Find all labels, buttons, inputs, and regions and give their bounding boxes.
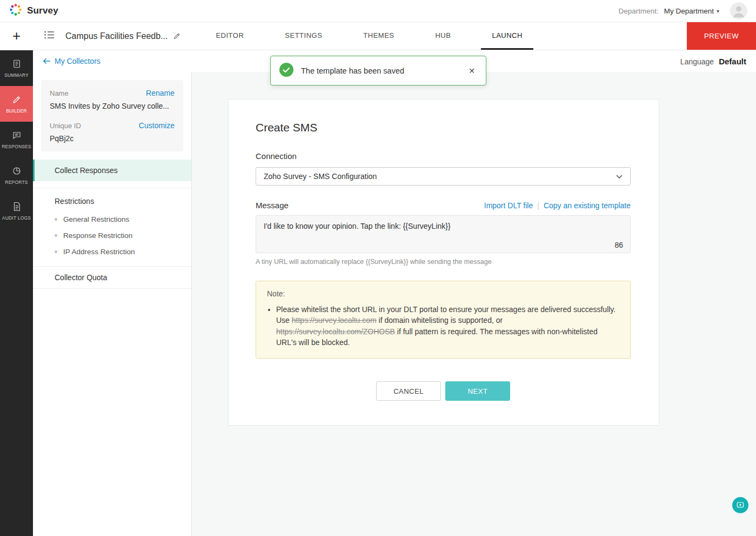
header-right: Department: My Department ▾ [618,2,747,19]
copy-template-link[interactable]: Copy an existing template [544,201,631,210]
sidebar-item-label: AUDIT LOGS [2,215,31,221]
sidebar-item-label: RESPONSES [2,144,31,149]
note-title: Note: [267,289,619,298]
app-window: Survey Department: My Department ▾ + [0,0,756,536]
collector-info-card: Name Rename SMS Invites by Zoho Survey c… [41,80,183,151]
chevron-down-icon: ▾ [717,8,719,14]
tab-settings[interactable]: SETTINGS [274,22,333,50]
sub-item-label: Response Restriction [63,231,132,240]
rename-link[interactable]: Rename [146,89,175,97]
message-helper-text: A tiny URL will automatically replace {{… [256,258,631,266]
note-box: Note: Please whitelist the short URL in … [256,281,631,359]
sub-item-label: IP Address Restriction [63,248,135,256]
back-to-collectors-link[interactable]: My Collectors [43,57,101,65]
next-button[interactable]: NEXT [445,381,510,401]
department-value: My Department [664,7,714,15]
top-header: Survey Department: My Department ▾ [0,0,756,22]
page-title: Create SMS [256,121,631,134]
toast-message: The template has been saved [301,67,404,75]
sidebar-item-label: SUMMARY [4,72,29,78]
divider [33,288,191,289]
brand[interactable]: Survey [9,3,58,19]
survey-title: Campus Facilities Feedb... [65,31,168,41]
responses-icon [12,130,22,140]
cancel-button[interactable]: CANCEL [376,381,441,401]
avatar[interactable] [730,2,747,19]
zoho-survey-logo-icon [9,3,23,19]
tab-hub[interactable]: HUB [424,22,461,50]
add-survey-button[interactable]: + [0,22,33,50]
import-dlt-link[interactable]: Import DLT file [484,201,533,210]
summary-icon [12,59,22,69]
sidebar-item-reports[interactable]: REPORTS [0,157,33,193]
sidebar-item-label: BUILDER [6,108,26,114]
preview-button[interactable]: PREVIEW [687,22,756,50]
message-label: Message [256,201,289,210]
name-row: Name Rename [50,89,175,97]
collector-panel: Name Rename SMS Invites by Zoho Survey c… [33,72,192,536]
language-value[interactable]: Default [719,57,746,66]
back-arrow-icon [43,58,51,64]
name-label: Name [50,89,69,97]
survey-title-area: Campus Facilities Feedb... [65,22,195,50]
toast-notification: The template has been saved ✕ [270,56,486,85]
nav-response-restriction[interactable]: Response Restriction [33,227,191,243]
tab-editor[interactable]: EDITOR [205,22,255,50]
bullet-icon [55,218,57,221]
survey-toolbar: + Campus Facilities Feedb... EDITOR SETT… [0,22,756,50]
connection-select[interactable]: Zoho Survey - SMS Configuration [256,167,631,186]
sidebar-item-builder[interactable]: BUILDER [0,86,33,122]
department-label: Department: [618,7,658,15]
char-count: 86 [614,241,623,249]
connection-label: Connection [256,151,631,161]
collector-name-value: SMS Invites by Zoho Survey colle... [50,102,175,110]
success-check-icon [279,63,293,79]
tab-themes[interactable]: THEMES [352,22,405,50]
message-value: I'd like to know your opinion. Tap the l… [264,222,623,230]
note-item: Please whitelist the short URL in your D… [276,304,619,348]
sidebar-item-label: REPORTS [5,180,28,185]
department-selector[interactable]: My Department ▾ [664,7,719,15]
customize-link[interactable]: Customize [139,121,175,130]
nav-restrictions[interactable]: Restrictions [33,188,191,211]
plus-icon: + [12,28,21,44]
builder-icon [12,95,22,104]
close-icon[interactable]: ✕ [466,65,477,77]
create-sms-card: Create SMS Connection Zoho Survey - SMS … [228,99,659,426]
nav-collect-responses[interactable]: Collect Responses [33,160,191,181]
chat-icon [736,501,745,509]
nav-general-restrictions[interactable]: General Restrictions [33,211,191,227]
sidebar-item-audit-logs[interactable]: AUDIT LOGS [0,193,33,229]
nav-ip-address-restriction[interactable]: IP Address Restriction [33,243,191,260]
brand-name: Survey [27,5,58,16]
list-icon [44,31,55,41]
unique-id-row: Unique ID Customize [50,121,175,130]
language-area: Language Default [680,57,746,66]
tab-launch[interactable]: LAUNCH [481,22,533,50]
link-separator: | [537,201,539,210]
survey-list-button[interactable] [33,22,65,50]
toolbar-spacer [543,22,687,50]
message-header-row: Message Import DLT file | Copy an existi… [256,201,631,210]
connection-selected-value: Zoho Survey - SMS Configuration [264,172,377,181]
edit-title-button[interactable] [173,32,181,40]
note-list: Please whitelist the short URL in your D… [276,304,619,348]
back-link-label: My Collectors [55,57,101,65]
main-tabs: EDITOR SETTINGS THEMES HUB LAUNCH [195,22,543,50]
chevron-down-icon [616,175,623,178]
note-url-2: https://survey.localtu.com/ZOHOSB [276,327,395,336]
unique-id-label: Unique ID [50,122,81,130]
main-content: Create SMS Connection Zoho Survey - SMS … [192,72,756,536]
sidebar-item-summary[interactable]: SUMMARY [0,50,33,86]
bullet-icon [55,250,57,253]
sidebar-item-responses[interactable]: RESPONSES [0,122,33,157]
message-textarea[interactable]: I'd like to know your opinion. Tap the l… [256,215,631,253]
collector-nav: Collect Responses Restrictions General R… [33,160,191,289]
language-label: Language [680,57,714,66]
chat-help-button[interactable] [732,497,748,513]
form-actions: CANCEL NEXT [256,381,631,401]
nav-collector-quota[interactable]: Collector Quota [33,267,191,288]
message-links: Import DLT file | Copy an existing templ… [484,201,631,210]
unique-id-value: PqBj2c [50,134,175,143]
audit-logs-icon [12,202,22,211]
